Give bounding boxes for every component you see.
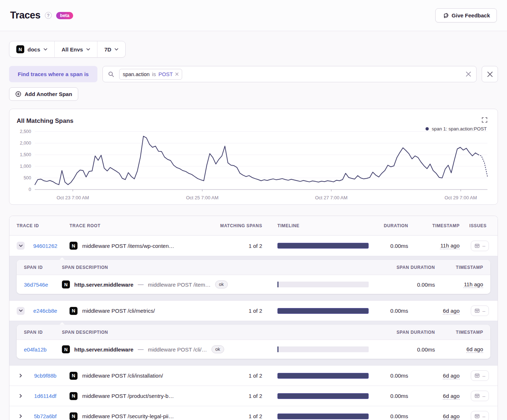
duration-value: 0.00ms (371, 373, 408, 379)
table-row[interactable]: 1d6114df N middleware POST /product/sent… (9, 386, 498, 406)
trace-id-link[interactable]: 5b72a6bf (27, 413, 64, 419)
fullscreen-icon (482, 117, 487, 123)
table-row[interactable]: 9cb9f88b N middleware POST /cli/installa… (9, 365, 498, 386)
clear-icon (466, 71, 471, 77)
span-id-link[interactable]: e04fa12b (24, 346, 62, 353)
trace-root-label: middleware POST /cli/metrics/ (82, 308, 155, 314)
span-search-input[interactable]: span.action is POST (102, 66, 477, 82)
search-icon (108, 71, 114, 77)
trace-id-link[interactable]: 9cb9f88b (27, 373, 64, 379)
trace-id-link[interactable]: 1d6114df (27, 393, 64, 399)
timeline-bar[interactable] (277, 413, 369, 419)
date-range-filter-label: 7D (104, 46, 111, 53)
megaphone-icon (442, 12, 448, 18)
expand-toggle[interactable] (17, 412, 25, 420)
environment-filter[interactable]: All Envs (54, 41, 97, 57)
svg-text:1,000: 1,000 (20, 164, 31, 169)
duration-value: 0.00ms (371, 243, 408, 249)
col-header-span-timestamp: Timestamp (435, 330, 483, 335)
span-timestamp-value[interactable]: 11h ago (464, 281, 483, 287)
nextjs-project-icon: N (70, 392, 77, 400)
timestamp-value[interactable]: 6d ago (443, 373, 460, 379)
remove-span-row-button[interactable] (482, 66, 498, 82)
matching-spans-count: 1 of 2 (208, 393, 262, 399)
expand-toggle[interactable] (17, 242, 25, 250)
page-filter-bar: N docs All Envs 7D (9, 41, 126, 58)
environment-filter-label: All Envs (62, 46, 83, 53)
chevron-right-icon (20, 414, 22, 418)
no-issues-dash: – (482, 374, 485, 378)
project-filter-label: docs (28, 46, 40, 53)
table-body: 94601262 N middleware POST /items/wp-con… (9, 236, 498, 420)
spans-sub-panel: Span ID Span Description Span Duration T… (17, 325, 490, 359)
issues-box-icon (474, 373, 480, 378)
svg-text:2,500: 2,500 (20, 129, 31, 134)
trace-id-link[interactable]: e246cb8e (27, 308, 64, 314)
span-timeline-tick (277, 282, 278, 287)
trace-root-label: middleware POST /cli/installation/ (82, 373, 163, 379)
matching-spans-count: 1 of 2 (208, 243, 262, 249)
timestamp-value[interactable]: 11h ago (440, 242, 460, 249)
give-feedback-label: Give Feedback (452, 12, 490, 18)
clear-search-button[interactable] (466, 71, 471, 77)
project-filter[interactable]: N docs (9, 41, 54, 57)
table-row[interactable]: 5b72a6bf N middleware POST /security-leg… (9, 406, 498, 420)
expand-toggle[interactable] (17, 392, 25, 400)
nextjs-project-icon: N (16, 45, 24, 53)
expand-chart-button[interactable] (482, 117, 487, 123)
issues-box-icon (474, 393, 480, 399)
span-timeline-bar[interactable] (277, 346, 369, 352)
filter-token-span-action[interactable]: span.action is POST (119, 69, 182, 80)
page-header: Traces ? beta Give Feedback (0, 0, 507, 31)
table-row[interactable]: e246cb8e N middleware POST /cli/metrics/… (9, 300, 498, 321)
spans-chart[interactable]: 05001,0001,5002,0002,500Oct 23 7:00 AMOc… (9, 126, 498, 204)
trace-root-label: middleware POST /items/wp-conten… (82, 243, 174, 249)
plus-circle-icon (15, 91, 21, 97)
timeline-bar[interactable] (277, 243, 369, 249)
date-range-filter[interactable]: 7D (97, 41, 125, 57)
give-feedback-button[interactable]: Give Feedback (435, 8, 497, 22)
token-key: span.action (123, 71, 150, 77)
timeline-bar[interactable] (277, 393, 369, 399)
col-header-timestamp: Timestamp (408, 223, 460, 228)
traces-table: Trace ID Trace Root Matching Spans Timel… (9, 216, 498, 420)
svg-text:0: 0 (29, 187, 31, 192)
col-header-span-description: Span Description (62, 265, 277, 270)
chevron-down-icon (19, 245, 23, 247)
nextjs-project-icon: N (62, 345, 70, 353)
span-timeline-bar[interactable] (277, 282, 369, 287)
span-timeline-tick (277, 346, 278, 352)
timeline-bar[interactable] (277, 308, 369, 314)
col-header-timeline: Timeline (277, 223, 371, 228)
timestamp-value[interactable]: 6d ago (443, 308, 460, 314)
span-duration-value: 0.00ms (371, 346, 435, 353)
token-operator: is (152, 71, 156, 77)
span-table-header: Span ID Span Description Span Duration T… (17, 260, 490, 275)
timeline-bar[interactable] (277, 373, 369, 379)
page-title: Traces (10, 10, 41, 21)
expand-toggle[interactable] (17, 307, 25, 315)
token-value: POST (159, 71, 173, 77)
span-status-badge: ok (215, 280, 228, 288)
trace-id-link[interactable]: 94601262 (27, 243, 64, 249)
remove-token-icon[interactable] (175, 72, 179, 76)
span-row[interactable]: 36d7546e N http.server.middleware — midd… (17, 275, 490, 294)
timestamp-value[interactable]: 6d ago (443, 393, 460, 399)
issues-box-icon (474, 243, 480, 249)
issues-chip: – (471, 391, 489, 401)
help-icon[interactable]: ? (45, 12, 52, 19)
nextjs-project-icon: N (70, 242, 77, 250)
span-timestamp-value[interactable]: 6d ago (466, 346, 483, 352)
duration-value: 0.00ms (371, 308, 408, 314)
span-op-label: http.server.middleware (74, 282, 133, 288)
expand-toggle[interactable] (17, 372, 25, 380)
add-another-span-button[interactable]: Add Another Span (9, 87, 78, 101)
span-description-label: middleware POST /item… (148, 282, 210, 288)
nextjs-project-icon: N (70, 412, 77, 420)
table-row[interactable]: 94601262 N middleware POST /items/wp-con… (9, 236, 498, 256)
duration-value: 0.00ms (371, 393, 408, 399)
span-row[interactable]: e04fa12b N http.server.middleware — midd… (17, 340, 490, 359)
timestamp-value[interactable]: 6d ago (443, 413, 460, 419)
span-id-link[interactable]: 36d7546e (24, 282, 62, 288)
span-query-row: Find traces where a span is span.action … (9, 66, 498, 82)
